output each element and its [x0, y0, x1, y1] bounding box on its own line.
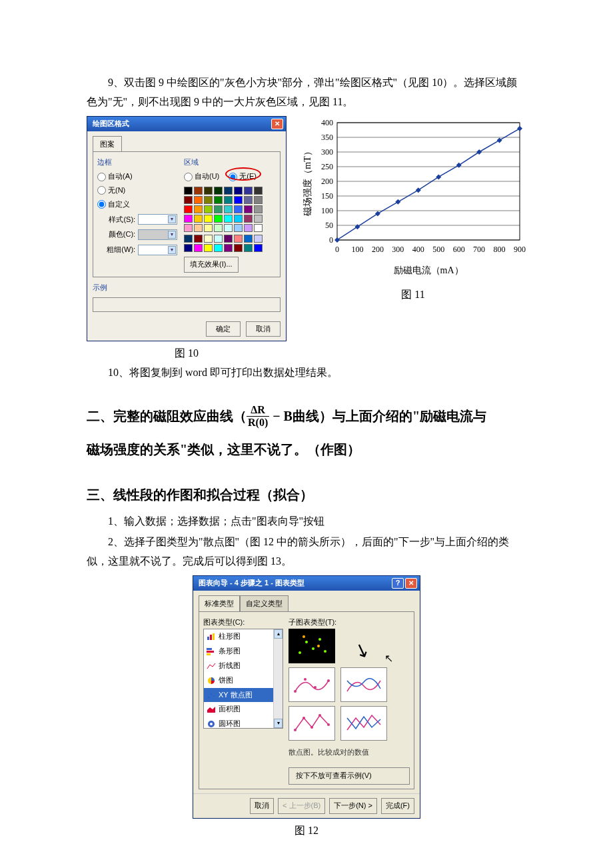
combo-weight[interactable]: ▾	[138, 245, 177, 255]
color-palette-main[interactable]	[184, 187, 276, 232]
color-swatch[interactable]	[194, 215, 203, 223]
wizard-cancel-button[interactable]: 取消	[250, 798, 274, 814]
color-swatch[interactable]	[204, 205, 213, 213]
color-swatch[interactable]	[234, 187, 243, 195]
color-swatch[interactable]	[184, 196, 193, 204]
color-swatch[interactable]	[204, 244, 213, 252]
ok-button[interactable]: 确定	[206, 321, 241, 337]
color-swatch[interactable]	[234, 196, 243, 204]
chart-type-list[interactable]: ▴ ▾ 柱形图条形图折线图饼图XY 散点图面积图圆环图雷达图曲面图	[203, 629, 283, 729]
combo-style[interactable]: ▾	[138, 214, 177, 225]
svg-point-52	[317, 645, 320, 647]
chart-type-item-line[interactable]: 折线图	[204, 659, 283, 673]
chart-type-item-donut[interactable]: 圆环图	[204, 717, 283, 729]
scroll-down-icon[interactable]: ▾	[274, 719, 283, 728]
color-swatch[interactable]	[234, 205, 243, 213]
chart-type-item-bar[interactable]: 柱形图	[204, 629, 283, 644]
color-swatch[interactable]	[184, 235, 193, 243]
color-swatch[interactable]	[224, 244, 233, 252]
wizard-next-button[interactable]: 下一步(N) >	[329, 798, 377, 814]
color-swatch[interactable]	[194, 187, 203, 195]
color-swatch[interactable]	[224, 224, 233, 232]
chart-type-item-hbar[interactable]: 条形图	[204, 644, 283, 659]
color-swatch[interactable]	[214, 196, 223, 204]
color-swatch[interactable]	[224, 215, 233, 223]
color-palette-extra[interactable]	[184, 235, 276, 252]
wizard-finish-button[interactable]: 完成(F)	[381, 798, 414, 814]
color-swatch[interactable]	[214, 205, 223, 213]
color-swatch[interactable]	[214, 244, 223, 252]
color-swatch[interactable]	[214, 224, 223, 232]
subtype-scatter-smooth[interactable]	[340, 667, 387, 702]
color-swatch[interactable]	[184, 187, 193, 195]
color-swatch[interactable]	[244, 196, 253, 204]
radio-area-none[interactable]	[229, 173, 237, 181]
color-swatch[interactable]	[234, 224, 243, 232]
radio-border-custom[interactable]	[97, 200, 106, 209]
color-swatch[interactable]	[214, 187, 223, 195]
close-icon[interactable]: ✕	[405, 578, 417, 589]
preview-sample-button[interactable]: 按下不放可查看示例(V)	[289, 767, 410, 785]
color-swatch[interactable]	[254, 215, 263, 223]
tab-standard[interactable]: 标准类型	[199, 595, 240, 612]
color-swatch[interactable]	[224, 205, 233, 213]
color-swatch[interactable]	[204, 215, 213, 223]
color-swatch[interactable]	[204, 235, 213, 243]
color-swatch[interactable]	[184, 244, 193, 252]
help-icon[interactable]: ?	[392, 578, 404, 589]
fill-effects-button[interactable]: 填充效果(I)...	[184, 257, 239, 273]
color-swatch[interactable]	[214, 235, 223, 243]
scroll-up-icon[interactable]: ▴	[274, 629, 283, 639]
color-swatch[interactable]	[244, 215, 253, 223]
chart-type-item-area[interactable]: 面积图	[204, 702, 283, 717]
tab-custom[interactable]: 自定义类型	[240, 595, 289, 612]
subtype-scatter-points[interactable]	[289, 629, 335, 663]
cancel-button[interactable]: 取消	[246, 321, 281, 337]
color-swatch[interactable]	[254, 244, 263, 252]
tab-pattern[interactable]: 图案	[93, 136, 122, 153]
color-swatch[interactable]	[254, 235, 263, 243]
color-swatch[interactable]	[234, 215, 243, 223]
subtype-scatter-lines[interactable]	[340, 706, 387, 741]
color-swatch[interactable]	[204, 187, 213, 195]
svg-text:50: 50	[325, 221, 333, 230]
color-swatch[interactable]	[194, 235, 203, 243]
color-swatch[interactable]	[244, 235, 253, 243]
subtype-scatter-lines-markers[interactable]	[289, 706, 335, 741]
close-icon[interactable]: ✕	[271, 119, 283, 129]
color-swatch[interactable]	[204, 224, 213, 232]
color-swatch[interactable]	[224, 187, 233, 195]
scrollbar[interactable]: ▴ ▾	[273, 629, 283, 728]
color-swatch[interactable]	[254, 224, 263, 232]
color-swatch[interactable]	[254, 187, 263, 195]
color-swatch[interactable]	[224, 196, 233, 204]
color-swatch[interactable]	[194, 224, 203, 232]
color-swatch[interactable]	[234, 235, 243, 243]
color-swatch[interactable]	[204, 196, 213, 204]
color-swatch[interactable]	[194, 196, 203, 204]
color-swatch[interactable]	[194, 244, 203, 252]
color-swatch[interactable]	[254, 205, 263, 213]
radio-area-auto[interactable]	[184, 173, 193, 181]
chart-type-item-scatter[interactable]: XY 散点图	[204, 688, 283, 703]
combo-color[interactable]: ▾	[138, 229, 177, 240]
color-swatch[interactable]	[244, 205, 253, 213]
color-swatch[interactable]	[184, 205, 193, 213]
color-swatch[interactable]	[214, 215, 223, 223]
color-swatch[interactable]	[244, 187, 253, 195]
color-swatch[interactable]	[234, 244, 243, 252]
color-swatch[interactable]	[244, 244, 253, 252]
svg-point-42	[210, 723, 213, 725]
color-swatch[interactable]	[254, 196, 263, 204]
border-group-label: 边框	[97, 156, 177, 169]
wizard-back-button[interactable]: < 上一步(B)	[278, 798, 325, 814]
radio-border-auto[interactable]	[97, 173, 106, 181]
color-swatch[interactable]	[224, 235, 233, 243]
color-swatch[interactable]	[184, 215, 193, 223]
subtype-scatter-smooth-markers[interactable]	[289, 667, 335, 702]
chart-type-item-pie[interactable]: 饼图	[204, 673, 283, 688]
color-swatch[interactable]	[194, 205, 203, 213]
color-swatch[interactable]	[184, 224, 193, 232]
radio-border-none[interactable]	[97, 186, 106, 195]
color-swatch[interactable]	[244, 224, 253, 232]
